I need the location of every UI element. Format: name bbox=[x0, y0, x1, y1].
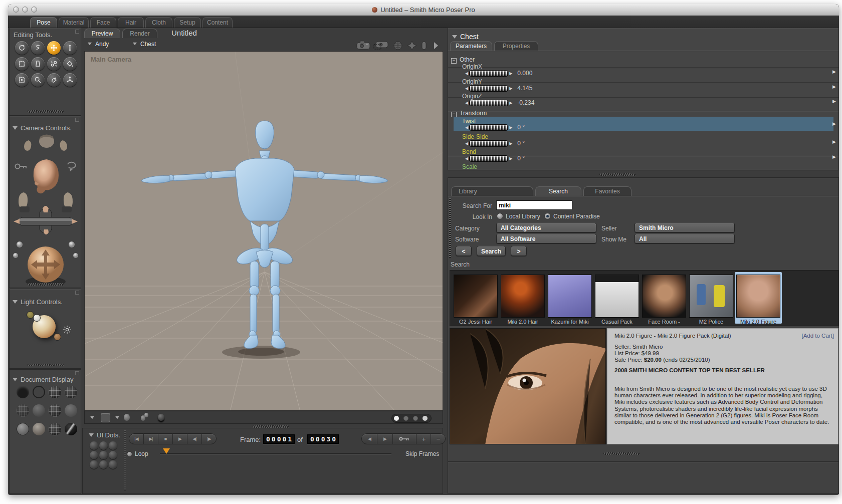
collapse-box-icon[interactable]: − bbox=[451, 58, 457, 64]
step-forward-button[interactable]: |▶ bbox=[202, 434, 216, 444]
camera-select-icon[interactable] bbox=[374, 42, 388, 49]
display-hidden-line-button[interactable] bbox=[65, 386, 77, 398]
ui-dot-9[interactable] bbox=[109, 460, 117, 469]
step-back-button[interactable]: ◀| bbox=[187, 434, 202, 444]
result-miki-20-figure-selected[interactable]: Miki 2.0 Figure bbox=[735, 272, 782, 324]
tracking-box-button[interactable] bbox=[403, 416, 408, 421]
tab-parameters[interactable]: Parameters bbox=[450, 41, 492, 51]
light-dot-3[interactable] bbox=[54, 333, 61, 341]
dial-right-icon[interactable]: ▶ bbox=[508, 156, 513, 161]
vertical-grip[interactable] bbox=[124, 430, 126, 490]
direct-manipulation-tool-button[interactable] bbox=[63, 73, 77, 87]
param-dial-bend[interactable]: ◀▶0 ° bbox=[464, 155, 525, 162]
tab-face[interactable]: Face bbox=[90, 17, 116, 28]
show-me-dropdown[interactable]: All bbox=[635, 234, 735, 243]
pane-layout-button[interactable] bbox=[101, 413, 110, 422]
expand-right-icon[interactable] bbox=[434, 42, 438, 49]
tab-content[interactable]: Content bbox=[202, 17, 233, 28]
tab-setup[interactable]: Setup bbox=[174, 17, 201, 28]
tab-material[interactable]: Material bbox=[59, 17, 89, 28]
ui-dot-4[interactable] bbox=[90, 451, 98, 459]
group-other[interactable]: −Other bbox=[451, 56, 475, 64]
tab-properties[interactable]: Properties bbox=[494, 41, 538, 51]
ui-dot-2[interactable] bbox=[99, 441, 108, 450]
light-dot-2[interactable] bbox=[33, 314, 41, 322]
tracking-full-button[interactable] bbox=[394, 416, 399, 421]
display-wireframe-button[interactable] bbox=[49, 386, 61, 398]
translate-pull-tool-button[interactable] bbox=[47, 41, 61, 55]
translate-in-out-tool-button[interactable] bbox=[63, 41, 77, 55]
ui-dot-6[interactable] bbox=[109, 451, 117, 459]
dial-right-icon[interactable]: ▶ bbox=[508, 125, 513, 130]
dial-left-icon[interactable]: ◀ bbox=[464, 101, 469, 105]
figure-andy[interactable] bbox=[141, 121, 387, 349]
ui-dot-1[interactable] bbox=[90, 441, 98, 450]
dial-left-icon[interactable]: ◀ bbox=[464, 125, 469, 130]
dial-left-icon[interactable]: ◀ bbox=[464, 156, 469, 161]
first-frame-button[interactable]: |◀ bbox=[129, 434, 144, 444]
collapse-triangle-icon[interactable] bbox=[13, 378, 18, 381]
camera-controls-cluster[interactable] bbox=[10, 133, 82, 284]
collapse-triangle-icon[interactable] bbox=[452, 35, 457, 39]
panel-resize-grip[interactable] bbox=[28, 110, 64, 113]
ui-dot-5[interactable] bbox=[99, 451, 108, 459]
rotate-tool-button[interactable] bbox=[15, 41, 29, 55]
param-dial-originz[interactable]: ◀▶-0.234 bbox=[464, 99, 534, 106]
edit-keyframes-button[interactable] bbox=[393, 434, 416, 444]
depth-cue-button[interactable] bbox=[124, 414, 130, 421]
tab-hair[interactable]: Hair bbox=[118, 17, 144, 28]
display-lit-wireframe-button[interactable] bbox=[17, 404, 29, 417]
display-cartoon-button[interactable] bbox=[65, 404, 77, 417]
tracking-display-button[interactable] bbox=[423, 416, 428, 421]
move-cross-icon[interactable] bbox=[407, 41, 416, 50]
category-dropdown[interactable]: All Categories bbox=[496, 223, 596, 232]
panel-resize-grip[interactable] bbox=[28, 364, 64, 366]
loop-toggle[interactable] bbox=[127, 451, 132, 457]
param-graph-arrow[interactable]: ▶ bbox=[832, 69, 836, 74]
display-outline-button[interactable] bbox=[33, 386, 45, 398]
software-dropdown[interactable]: All Software bbox=[496, 234, 596, 243]
playhead-marker[interactable] bbox=[163, 448, 170, 454]
tab-library[interactable]: Library bbox=[451, 186, 533, 196]
search-button[interactable]: Search bbox=[477, 246, 506, 256]
dial-left-icon[interactable]: ◀ bbox=[464, 86, 469, 91]
taper-tool-button[interactable] bbox=[31, 57, 45, 71]
param-dial-scale[interactable]: ◀▶100 % bbox=[464, 170, 534, 170]
pane-menu-icon[interactable] bbox=[90, 416, 94, 419]
morphing-tool-button[interactable] bbox=[47, 73, 61, 87]
panel-splitter-grip[interactable] bbox=[599, 173, 636, 176]
tab-pose[interactable]: Pose bbox=[30, 17, 57, 28]
next-key-button[interactable]: ▶ bbox=[377, 434, 393, 444]
play-button[interactable]: ▶ bbox=[173, 434, 187, 444]
tab-cloth[interactable]: Cloth bbox=[145, 17, 172, 28]
scale-tool-button[interactable] bbox=[15, 57, 29, 71]
result-casual-pack[interactable]: Casual Pack bbox=[593, 272, 641, 324]
display-silhouette-button[interactable] bbox=[17, 386, 29, 398]
result-kazumi-for-miki[interactable]: Kazumi for Miki bbox=[546, 272, 593, 324]
sun-icon[interactable] bbox=[63, 325, 72, 334]
pane-menu-icon-2[interactable] bbox=[115, 416, 119, 419]
next-page-button[interactable]: > bbox=[511, 246, 527, 256]
actor-menu[interactable]: Chest bbox=[132, 41, 156, 48]
result-face-room[interactable]: Face Room - bbox=[641, 272, 688, 324]
collapse-triangle-icon[interactable] bbox=[89, 433, 94, 437]
tracking-fast-button[interactable] bbox=[413, 416, 418, 421]
dial-right-icon[interactable]: ▶ bbox=[508, 101, 513, 105]
library-resize-grip[interactable] bbox=[603, 452, 640, 455]
previous-key-button[interactable]: ◀ bbox=[362, 434, 377, 444]
tab-preview[interactable]: Preview bbox=[84, 29, 120, 38]
ui-dot-8[interactable] bbox=[99, 460, 108, 469]
tracking-ball-button[interactable] bbox=[158, 414, 164, 421]
viewport[interactable]: Main Camera bbox=[84, 51, 443, 411]
ui-dot-3[interactable] bbox=[109, 441, 117, 450]
collapse-triangle-icon[interactable] bbox=[13, 126, 18, 130]
ui-dot-7[interactable] bbox=[90, 460, 98, 469]
collapse-triangle-icon[interactable] bbox=[13, 300, 18, 304]
last-frame-button[interactable]: ▶| bbox=[144, 434, 158, 444]
add-to-cart-link[interactable]: [Add to Cart] bbox=[801, 333, 834, 339]
display-flat-shaded-button[interactable] bbox=[33, 404, 45, 417]
param-dial-side-side[interactable]: ◀▶0 ° bbox=[464, 140, 525, 147]
param-dial-originy[interactable]: ◀▶4.145 bbox=[464, 85, 532, 92]
dial-left-icon[interactable]: ◀ bbox=[464, 141, 469, 146]
radio-content-paradise[interactable] bbox=[544, 213, 551, 219]
